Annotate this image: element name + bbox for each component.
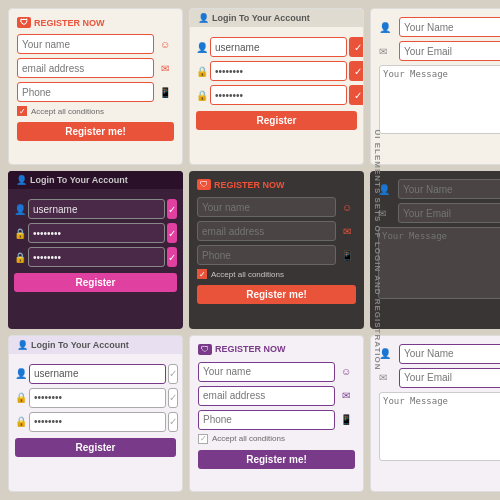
user-row-2: 👤 ✓ <box>14 199 177 219</box>
register-panel-1: 🛡 REGISTER NOW ☺ ✉ 📱 ✓ Accept all condit… <box>8 8 183 165</box>
email-icon-2: ✉ <box>338 226 356 237</box>
phone-icon-1: 📱 <box>156 82 174 102</box>
pass1-input-1[interactable] <box>210 61 347 81</box>
cmessage-2[interactable] <box>378 227 500 298</box>
login-fields-3: 👤 ✓ 🔒 ✓ 🔒 ✓ Register <box>9 358 182 463</box>
cemail-input-3[interactable] <box>399 368 500 388</box>
cname-input-1[interactable] <box>399 17 500 37</box>
reg-icon-3: 🛡 <box>198 344 212 355</box>
contact-panel-3: 👤 ✓ ✉ ✓ SUBMIT <box>370 335 500 492</box>
pass2-check-2: ✓ <box>167 247 177 267</box>
checkbox-row-2: ✓ Accept all conditions <box>197 269 356 279</box>
pass1-input-3[interactable] <box>29 388 166 408</box>
pass1-check-3: ✓ <box>168 388 178 408</box>
username-input-2[interactable] <box>28 199 165 219</box>
user-check-1: ✓ <box>349 37 364 57</box>
login-title-bar-1: 👤 Login To Your Account <box>190 9 363 27</box>
reg-icon-2: 🛡 <box>197 179 211 190</box>
email-row-2: ✉ <box>197 221 356 241</box>
username-input-1[interactable] <box>210 37 347 57</box>
cemail-row-3: ✉ ✓ <box>379 368 500 388</box>
pass2-row-3: 🔒 ✓ <box>15 412 176 432</box>
user-icon-3: 👤 <box>15 368 27 379</box>
register-btn-3[interactable]: Register me! <box>198 450 355 469</box>
contact-panel-2: 👤 ✓ ✉ ✓ SUBMIT <box>370 171 500 328</box>
name-icon-3: ☺ <box>337 366 355 377</box>
lock1-icon-3: 🔒 <box>15 392 27 403</box>
cname-row-3: 👤 ✓ <box>379 344 500 364</box>
cemail-row-2: ✉ ✓ <box>378 203 500 223</box>
pass1-input-2[interactable] <box>28 223 165 243</box>
login-panel-2: 👤 Login To Your Account 👤 ✓ 🔒 ✓ 🔒 ✓ Regi… <box>8 171 183 328</box>
login-title-2: 👤 Login To Your Account <box>8 171 183 189</box>
lock1-icon-1: 🔒 <box>196 66 208 77</box>
register-btn-2[interactable]: Register me! <box>197 285 356 304</box>
accept-checkbox-2[interactable]: ✓ <box>197 269 207 279</box>
phone-icon-2: 📱 <box>338 250 356 261</box>
pass2-input-2[interactable] <box>28 247 165 267</box>
login-panel-3: 👤 Login To Your Account 👤 ✓ 🔒 ✓ 🔒 ✓ Regi… <box>8 335 183 492</box>
lock1-icon-2: 🔒 <box>14 228 26 239</box>
phone-input-2[interactable] <box>197 245 336 265</box>
cemail-input-2[interactable] <box>398 203 500 223</box>
lock2-icon-2: 🔒 <box>14 252 26 263</box>
email-row-1: ✉ <box>17 58 174 78</box>
phone-icon-3: 📱 <box>337 414 355 425</box>
cemail-input-1[interactable] <box>399 41 500 61</box>
login-panel-1: 👤 Login To Your Account 👤 ✓ 🔒 ✓ 🔒 ✓ Regi… <box>189 8 364 165</box>
email-input-2[interactable] <box>197 221 336 241</box>
register-title-3: 🛡 REGISTER NOW <box>198 344 355 355</box>
cemail-icon-3: ✉ <box>379 372 397 383</box>
name-row-1: ☺ <box>17 34 174 54</box>
reg-title-text-3: REGISTER NOW <box>215 344 286 354</box>
email-icon-1: ✉ <box>156 58 174 78</box>
pass1-row-1: 🔒 ✓ <box>196 61 357 81</box>
pass2-row-1: 🔒 ✓ <box>196 85 357 105</box>
phone-row-2: 📱 <box>197 245 356 265</box>
reg-title-text-2: REGISTER NOW <box>214 180 285 190</box>
register-panel-3: 🛡 REGISTER NOW ☺ ✉ 📱 ✓ Accept all condit… <box>189 335 364 492</box>
user-check-3: ✓ <box>168 364 178 384</box>
pass2-input-3[interactable] <box>29 412 166 432</box>
login-register-btn-3[interactable]: Register <box>15 438 176 457</box>
cname-input-2[interactable] <box>398 179 500 199</box>
login-title-3: 👤 Login To Your Account <box>9 336 182 354</box>
pass1-check-2: ✓ <box>167 223 177 243</box>
pass2-check-1: ✓ <box>349 85 364 105</box>
user-row-3: 👤 ✓ <box>15 364 176 384</box>
phone-input-1[interactable] <box>17 82 154 102</box>
user-icon-1: 👤 <box>196 42 208 53</box>
accept-checkbox-1[interactable]: ✓ <box>17 106 27 116</box>
email-icon-3: ✉ <box>337 390 355 401</box>
login-register-btn-1[interactable]: Register <box>196 111 357 130</box>
email-input-3[interactable] <box>198 386 335 406</box>
accept-label-2: Accept all conditions <box>211 270 284 279</box>
user-icon-2: 👤 <box>14 204 26 215</box>
phone-input-3[interactable] <box>198 410 335 430</box>
login-fields-2: 👤 ✓ 🔒 ✓ 🔒 ✓ Register <box>8 193 183 298</box>
lock2-icon-3: 🔒 <box>15 416 27 427</box>
register-title-2: 🛡 REGISTER NOW <box>197 179 356 190</box>
pass1-row-2: 🔒 ✓ <box>14 223 177 243</box>
login-register-btn-2[interactable]: Register <box>14 273 177 292</box>
cname-row-2: 👤 ✓ <box>378 179 500 199</box>
login-title-1: 👤 Login To Your Account <box>190 9 363 27</box>
name-input-1[interactable] <box>17 34 154 54</box>
name-input-2[interactable] <box>197 197 336 217</box>
username-input-3[interactable] <box>29 364 166 384</box>
name-icon-2: ☺ <box>338 202 356 213</box>
name-row-2: ☺ <box>197 197 356 217</box>
cname-row-1: 👤 ✓ <box>379 17 500 37</box>
register-btn-1[interactable]: Register me! <box>17 122 174 141</box>
pass2-input-1[interactable] <box>210 85 347 105</box>
phone-row-1: 📱 <box>17 82 174 102</box>
accept-checkbox-3[interactable]: ✓ <box>198 434 208 444</box>
name-input-3[interactable] <box>198 362 335 382</box>
cmessage-3[interactable] <box>379 392 500 461</box>
cname-icon-1: 👤 <box>379 22 397 33</box>
email-input-1[interactable] <box>17 58 154 78</box>
cname-input-3[interactable] <box>399 344 500 364</box>
cmessage-1[interactable] <box>379 65 500 134</box>
side-label: UI ELEMENTS SETS OF LOGIN AND REGISTRATI… <box>373 129 382 370</box>
accept-label-3: Accept all conditions <box>212 434 285 443</box>
